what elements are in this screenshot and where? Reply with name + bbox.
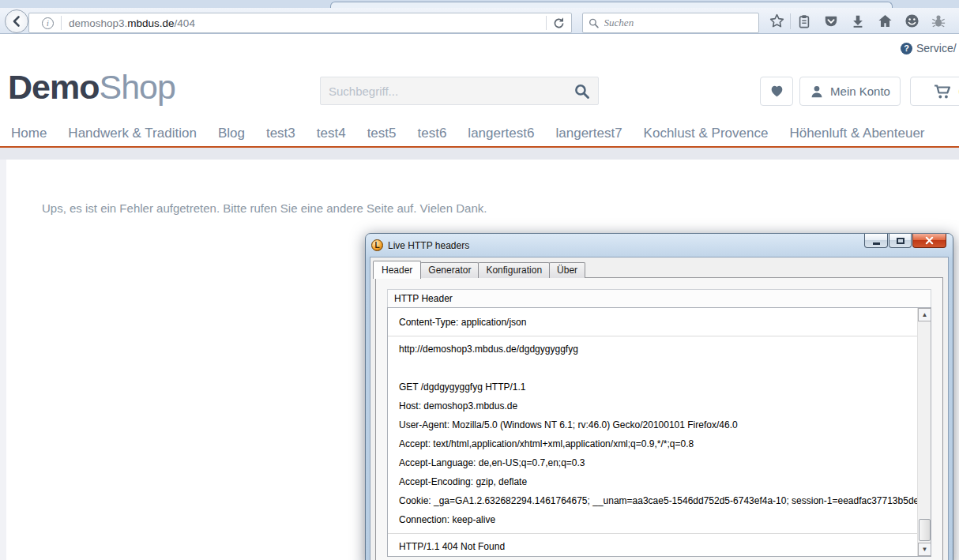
reading-list-button[interactable] [791, 14, 818, 28]
browser-search-input[interactable] [604, 17, 753, 29]
header-tab-page: HTTP Header Content-Type: application/js… [375, 277, 943, 560]
nav-item[interactable]: Kochlust & Provence [644, 126, 769, 141]
reload-icon [552, 17, 566, 30]
account-label: Mein Konto [830, 85, 890, 98]
clipboard-icon [797, 14, 811, 28]
close-button[interactable] [912, 234, 946, 248]
browser-tab-strip [0, 0, 959, 8]
log-separator [388, 332, 917, 340]
log-line[interactable]: Accept-Language: de,en-US;q=0.7,en;q=0.3 [388, 453, 917, 472]
nav-item[interactable]: langertest7 [555, 126, 622, 141]
scrollbar[interactable]: ▲ ▼ [917, 308, 931, 556]
dialog-title: Live HTTP headers [388, 240, 469, 251]
cart-button[interactable]: 0,0 [910, 77, 959, 106]
log-line[interactable]: Connection: keep-alive [388, 510, 917, 529]
back-arrow-icon [10, 15, 23, 28]
http-header-panel-label: HTTP Header [387, 289, 931, 308]
log-line[interactable]: User-Agent: Mozilla/5.0 (Windows NT 6.1;… [388, 415, 917, 434]
divider [546, 16, 547, 30]
bookmark-star-button[interactable] [763, 13, 790, 28]
shop-search-input[interactable] [329, 85, 574, 98]
content-left-gutter [0, 160, 6, 560]
log-line[interactable] [388, 359, 917, 378]
screen: { "browser": { "url": { "prefix": "demos… [0, 0, 959, 560]
error-message: Ups, es ist ein Fehler aufgetreten. Bitt… [42, 201, 487, 215]
nav-item[interactable]: test4 [317, 126, 346, 141]
search-icon [589, 17, 600, 29]
log-line[interactable]: HTTP/1.1 404 Not Found [388, 537, 917, 556]
reload-button[interactable] [540, 16, 571, 30]
nav-item[interactable]: Home [11, 126, 47, 141]
url-text: demoshop3.mbdus.de/404 [69, 17, 195, 29]
site-info-icon[interactable]: i [42, 17, 54, 29]
nav-item[interactable]: Höhenluft & Abenteuer [789, 126, 924, 141]
service-link[interactable]: ? Service/ [901, 42, 957, 54]
tab-über[interactable]: Über [549, 262, 585, 278]
user-icon [810, 85, 824, 99]
toolbar-buttons [763, 8, 952, 34]
nav-item[interactable]: test6 [418, 126, 447, 141]
nav-item[interactable]: test5 [367, 126, 397, 141]
nav-item[interactable]: langertest6 [468, 126, 534, 141]
live-http-headers-dialog: L Live HTTP headers HeaderGeneratorKonfi… [365, 233, 953, 560]
divider [61, 16, 62, 30]
log-line[interactable]: Cookie: _ga=GA1.2.632682294.1461764675; … [388, 491, 917, 510]
back-button[interactable] [5, 9, 28, 33]
downloads-button[interactable] [844, 14, 871, 28]
dialog-tabs: HeaderGeneratorKonfigurationÜber [373, 261, 585, 278]
maximize-button[interactable] [889, 234, 912, 248]
log-line[interactable]: Accept-Encoding: gzip, deflate [388, 472, 917, 491]
home-button[interactable] [871, 13, 898, 28]
scroll-down-button[interactable]: ▼ [918, 543, 931, 556]
nav-item[interactable]: test3 [266, 126, 295, 141]
star-icon [769, 13, 784, 28]
nav-item[interactable]: Blog [218, 126, 245, 141]
http-header-list[interactable]: Content-Type: application/jsonhttp://dem… [387, 307, 931, 557]
pocket-button[interactable] [818, 14, 844, 28]
maximize-icon [897, 238, 904, 244]
bug-icon [931, 14, 946, 28]
scrollbar-thumb[interactable] [919, 519, 931, 541]
feedback-button[interactable] [898, 13, 925, 28]
browser-search-box[interactable] [582, 13, 759, 33]
cart-icon [934, 83, 953, 100]
log-line[interactable]: GET /dgdgygyggfyg HTTP/1.1 [388, 378, 917, 397]
pocket-icon [824, 14, 838, 28]
tab-generator[interactable]: Generator [420, 262, 479, 278]
log-line[interactable]: Content-Type: application/json [388, 313, 917, 332]
download-icon [851, 14, 865, 28]
log-line[interactable]: Host: demoshop3.mbdus.de [388, 397, 917, 415]
log-line[interactable]: http://demoshop3.mbdus.de/dgdgygyggfyg [388, 340, 917, 359]
search-icon[interactable] [574, 83, 590, 100]
window-controls [864, 234, 946, 248]
url-bar[interactable]: i demoshop3.mbdus.de/404 [28, 13, 572, 33]
tab-konfiguration[interactable]: Konfiguration [478, 262, 550, 278]
minimize-button[interactable] [864, 234, 888, 248]
service-label: Service/ [916, 42, 957, 54]
content-top-band [0, 148, 959, 160]
tab-header[interactable]: Header [373, 261, 421, 279]
scroll-up-button[interactable]: ▲ [918, 308, 931, 321]
heart-icon [769, 84, 784, 99]
home-icon [878, 13, 893, 28]
nav-item[interactable]: Handwerk & Tradition [68, 126, 197, 141]
help-question-icon: ? [901, 43, 912, 54]
live-http-headers-icon: L [371, 239, 383, 251]
addon-bug-button[interactable] [925, 14, 952, 28]
log-line[interactable]: Accept: text/html,application/xhtml+xml,… [388, 434, 917, 453]
log-separator [388, 529, 917, 537]
main-nav: HomeHandwerk & TraditionBlogtest3test4te… [0, 120, 959, 146]
log-lines-container: Content-Type: application/jsonhttp://dem… [388, 313, 917, 556]
account-button[interactable]: Mein Konto [799, 77, 901, 106]
minimize-icon [873, 242, 880, 245]
close-icon [925, 236, 934, 245]
wishlist-button[interactable] [760, 77, 793, 106]
smiley-icon [904, 13, 920, 28]
shop-search-field[interactable] [320, 77, 599, 105]
shop-logo[interactable]: DemoShop [8, 68, 175, 107]
